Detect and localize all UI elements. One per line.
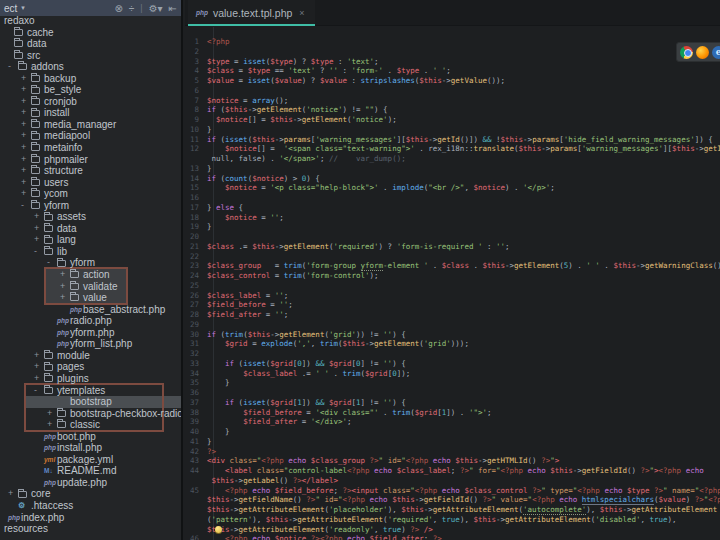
tab-value-text-tpl-php[interactable]: php value.text.tpl.php × [188,0,315,25]
expand-icon[interactable]: + [21,154,31,166]
expand-icon[interactable]: + [34,350,44,362]
tree-item-label: lang [57,234,76,246]
gear-file-icon: ⚙ [18,500,31,512]
ide-window: ect ▾ ⊗ ÷ | ⚙▾ ⇤ redaxocachedatasrc-addo… [0,0,720,540]
code-text: $value = isset($value) ? $value : strips… [207,76,720,86]
tree-item-install[interactable]: +install [0,107,181,119]
collapse-icon[interactable]: - [21,200,31,212]
expand-icon[interactable]: + [8,488,18,500]
tree-item-module[interactable]: +module [0,350,181,362]
tree-item-data[interactable]: data [0,38,181,50]
hide-panel-icon[interactable]: ⇤ [169,3,177,14]
tree-item-index.php[interactable]: phpindex.php [0,512,181,524]
tree-item-label: media_manager [44,119,116,131]
tree-item-resources[interactable]: resources [0,523,181,535]
tree-item-phpmailer[interactable]: +phpmailer [0,154,181,166]
close-tool-window-icon[interactable]: ⊗ [114,3,122,14]
code-line: 42?> [185,447,720,457]
tree-item-install.php[interactable]: phpinstall.php [0,442,181,454]
code-line: 18 $notice = ''; [185,213,720,223]
chrome-icon[interactable] [680,46,693,59]
firefox-icon[interactable] [696,46,709,59]
tree-item-.htaccess[interactable]: ⚙.htaccess [0,500,181,512]
editor[interactable]: php value.text.tpl.php × e 1<?php23$type… [185,0,720,540]
tree-item-yform_list.php[interactable]: phpyform_list.php [0,338,181,350]
code-area[interactable]: 1<?php23$type = isset($type) ? $type : '… [185,37,720,540]
project-tree[interactable]: redaxocachedatasrc-addons+backup+be_styl… [0,15,181,540]
tree-item-lang[interactable]: +lang [0,234,181,246]
line-number: 14 [185,174,207,184]
tree-item-yform[interactable]: -yform [0,200,181,212]
line-number: 5 [185,76,207,86]
collapse-icon[interactable]: - [8,61,18,73]
tree-item-ycom[interactable]: +ycom [0,188,181,200]
expand-icon[interactable]: + [21,119,31,131]
intention-bulb-icon[interactable] [215,526,222,533]
close-tab-icon[interactable]: × [299,8,304,18]
line-number [185,515,207,525]
code-line: 23$class_group = trim('form-group yform-… [185,261,720,271]
collapse-all-icon[interactable]: ÷ [129,3,135,14]
tree-item-data[interactable]: +data [0,223,181,235]
tree-item-validate[interactable]: +validate [0,281,181,293]
tree-item-cache[interactable]: cache [0,27,181,39]
expand-icon[interactable]: + [21,84,31,96]
tree-item-addons[interactable]: -addons [0,61,181,73]
tree-item-structure[interactable]: +structure [0,165,181,177]
expand-icon[interactable]: + [34,211,44,223]
tree-item-mediapool[interactable]: +mediapool [0,130,181,142]
expand-icon[interactable]: + [21,188,31,200]
expand-icon[interactable]: + [21,142,31,154]
tree-item-label: ytemplates [57,385,105,397]
tree-item-update.php[interactable]: phpupdate.php [0,477,181,489]
gear-icon[interactable]: ⚙▾ [149,3,163,14]
line-number: 45 [185,486,207,496]
expand-icon[interactable]: + [21,165,31,177]
tree-item-media_manager[interactable]: +media_manager [0,119,181,131]
ie-icon[interactable]: e [712,46,720,59]
expand-icon[interactable]: + [34,234,44,246]
code-text: $field_after = '</div>'; [207,417,720,427]
tree-item-lib[interactable]: -lib [0,246,181,258]
line-number: 3 [185,57,207,67]
tree-item-package.yml[interactable]: ymlpackage.yml [0,454,181,466]
expand-icon[interactable]: + [21,177,31,189]
code-line: 8if ($this->getElement('notice') != "") … [185,105,720,115]
tree-item-core[interactable]: +core [0,488,181,500]
tree-item-base_abstract.php[interactable]: phpbase_abstract.php [0,304,181,316]
project-panel-title[interactable]: ect ▾ [4,3,25,14]
tree-item-label: update.php [57,477,107,489]
collapse-icon[interactable]: - [34,246,44,258]
expand-icon[interactable]: + [21,107,31,119]
tree-item-yform[interactable]: -yform [0,257,181,269]
tree-item-action[interactable]: +action [0,269,181,281]
tree-item-metainfo[interactable]: +metainfo [0,142,181,154]
line-number: 36 [185,388,207,398]
tree-item-pages[interactable]: +pages [0,361,181,373]
tree-item-users[interactable]: +users [0,177,181,189]
php-file-icon: php [57,315,70,327]
code-text [207,252,720,262]
expand-icon[interactable]: + [21,73,31,85]
line-number: 32 [185,349,207,359]
expand-icon[interactable]: + [21,130,31,142]
tree-item-assets[interactable]: +assets [0,211,181,223]
tree-item-be_style[interactable]: +be_style [0,84,181,96]
tree-item-backup[interactable]: +backup [0,73,181,85]
line-number: 41 [185,437,207,447]
expand-icon[interactable]: + [34,361,44,373]
expand-icon[interactable]: + [21,96,31,108]
tree-item-radio.php[interactable]: phpradio.php [0,315,181,327]
code-text: ?> [207,447,720,457]
tree-item-src[interactable]: src [0,50,181,62]
tree-item-README.md[interactable]: M↓README.md [0,465,181,477]
tree-item-cronjob[interactable]: +cronjob [0,96,181,108]
tree-item-label: data [57,223,76,235]
tree-item-redaxo[interactable]: redaxo [0,15,181,27]
code-line: 15 $notice = '<p class="help-block">' . … [185,183,720,193]
tree-item-boot.php[interactable]: phpboot.php [0,431,181,443]
tree-item-value[interactable]: +value [0,292,181,304]
tree-item-yform.php[interactable]: phpyform.php [0,327,181,339]
tree-item-label: install.php [57,442,102,454]
expand-icon[interactable]: + [34,223,44,235]
